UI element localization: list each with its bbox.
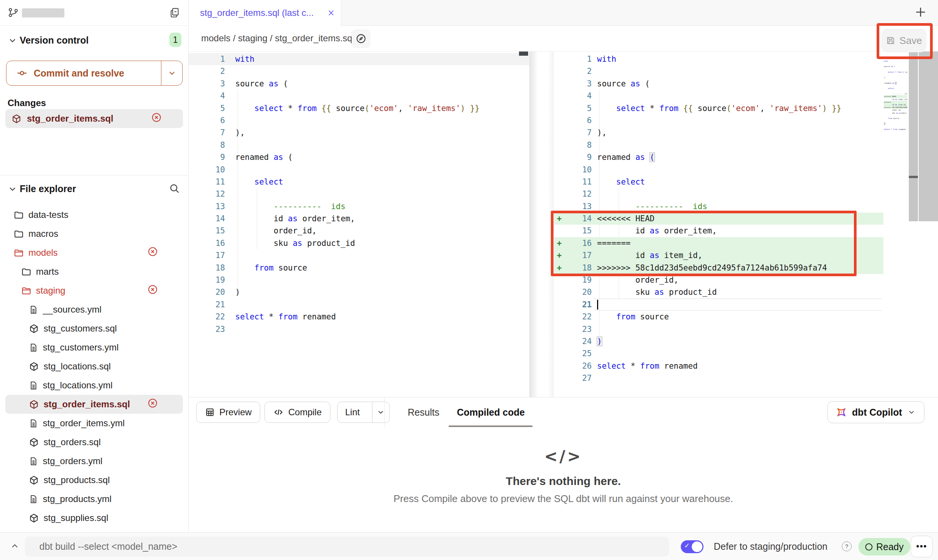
file-item-stg_locations.yml[interactable]: stg_locations.yml <box>0 376 188 395</box>
save-button[interactable]: Save <box>881 29 927 52</box>
folder-open-icon <box>14 248 24 258</box>
code-line-16: 16 sku as product_id <box>189 237 529 249</box>
model-icon <box>29 437 39 447</box>
tab-compiled-code[interactable]: Compiled code <box>450 397 532 427</box>
file-item-stg_order_items.sql[interactable]: stg_order_items.sql <box>5 395 183 414</box>
code-line-21: 21 <box>554 299 883 311</box>
file-item-stg_products.yml[interactable]: stg_products.yml <box>0 490 188 508</box>
code-line-2: 2 <box>554 65 883 77</box>
editor-scrollbar[interactable] <box>909 52 918 221</box>
file-item-data-tests[interactable]: data-tests <box>0 205 188 224</box>
branch-name-placeholder <box>22 8 64 17</box>
dbt-copilot-button[interactable]: dbt Copilot <box>827 401 924 423</box>
file-item-stg_orders.yml[interactable]: stg_orders.yml <box>0 452 188 471</box>
file-item-stg_locations.sql[interactable]: stg_locations.sql <box>0 357 188 376</box>
model-icon <box>29 361 39 372</box>
diff-editor[interactable]: 1with23source as (45 select * from {{ so… <box>189 52 938 397</box>
discard-change-icon[interactable] <box>147 246 158 259</box>
change-item-stg_order_items.sql[interactable]: stg_order_items.sql <box>5 109 183 128</box>
commit-options-caret[interactable] <box>161 61 182 85</box>
commit-button-label: Commit and resolve <box>34 68 124 79</box>
code-line-20: 20 sku as product_id <box>554 286 883 298</box>
defer-label: Defer to staging/production <box>714 541 827 552</box>
file-item-__sources.yml[interactable]: __sources.yml <box>0 300 188 319</box>
changes-count-badge: 1 <box>169 33 181 47</box>
status-bar: dbt build --select <model_name> ✓ Defer … <box>0 532 938 560</box>
editor-pane-original[interactable]: 1with23source as (45 select * from {{ so… <box>189 52 530 397</box>
code-line-8: 8 <box>189 139 529 151</box>
code-line-6: 6 <box>189 114 529 127</box>
scrollbar-marker <box>909 176 918 178</box>
file-item-label: macros <box>28 228 58 239</box>
compile-button[interactable]: Compile <box>264 402 330 423</box>
ready-status-badge: Ready <box>858 538 910 555</box>
version-control-header[interactable]: Version control 1 <box>0 33 188 48</box>
file-item-staging[interactable]: staging <box>0 281 188 300</box>
code-line-10: 10 <box>554 164 883 176</box>
file-item-stg_customers.yml[interactable]: stg_customers.yml <box>0 338 188 357</box>
file-item-marts[interactable]: marts <box>0 262 188 281</box>
code-icon <box>273 407 284 418</box>
tab-results[interactable]: Results <box>403 397 444 427</box>
file-item-stg_supplies.sql[interactable]: stg_supplies.sql <box>0 508 188 527</box>
tab-stg-order-items[interactable]: stg_order_items.sql (last c... <box>189 0 341 26</box>
table-icon <box>205 407 215 417</box>
search-icon[interactable] <box>169 183 180 194</box>
more-options-button[interactable]: ••• <box>911 536 933 557</box>
sidebar-header <box>0 0 188 26</box>
file-item-label: stg_orders.sql <box>44 437 101 447</box>
window-scrollbar[interactable] <box>919 52 938 221</box>
code-line-19: 19 order_id, <box>554 274 883 286</box>
discard-change-icon[interactable] <box>147 284 158 297</box>
file-explorer-header[interactable]: File explorer <box>0 182 188 197</box>
doc-icon <box>29 457 38 466</box>
changes-list: stg_order_items.sql <box>5 109 183 128</box>
preview-button[interactable]: Preview <box>196 402 260 423</box>
model-icon <box>11 114 22 124</box>
copilot-label: dbt Copilot <box>852 407 902 418</box>
version-control-title: Version control <box>20 35 89 46</box>
code-line-18: 18 from source <box>189 262 529 274</box>
editor-pane-modified[interactable]: 1with23source as (45 select * from {{ so… <box>554 52 883 397</box>
command-input[interactable]: dbt build --select <model_name> <box>25 537 669 557</box>
code-line-14: +14<<<<<<< HEAD <box>554 213 883 225</box>
breadcrumb-row: models / staging / stg_order_items.sql <box>189 26 938 52</box>
minimap[interactable]: withsource as ( select * from {{ source(… <box>884 60 907 133</box>
code-line-11: 11 select <box>554 176 883 188</box>
git-branch-icon[interactable] <box>8 7 19 18</box>
sidebar: Version control 1 Commit and resolve Cha… <box>0 0 189 532</box>
file-item-stg_customers.sql[interactable]: stg_customers.sql <box>0 319 188 338</box>
commit-and-resolve-button[interactable]: Commit and resolve <box>6 61 183 86</box>
check-icon: ✓ <box>684 541 690 550</box>
discard-change-icon[interactable] <box>147 398 158 411</box>
lint-button[interactable]: Lint <box>337 402 390 423</box>
file-item-models[interactable]: models <box>0 243 188 262</box>
code-empty-icon: </> <box>189 447 938 466</box>
discard-change-icon[interactable] <box>151 112 162 125</box>
lint-label: Lint <box>338 407 367 418</box>
lineage-compass-icon[interactable] <box>352 29 371 48</box>
tab-label: stg_order_items.sql (last c... <box>189 8 314 18</box>
file-item-stg_order_items.yml[interactable]: stg_order_items.yml <box>0 414 188 433</box>
code-line-12: 12 <box>189 188 529 200</box>
empty-state-subtitle: Press Compile above to preview the SQL d… <box>189 493 938 505</box>
code-line-23: 23 <box>189 323 529 335</box>
code-line-4: 4 <box>554 90 883 102</box>
expand-command-bar-icon[interactable] <box>10 541 20 551</box>
file-item-stg_orders.sql[interactable]: stg_orders.sql <box>0 433 188 452</box>
code-line-9: 9renamed as ( <box>189 151 529 163</box>
lint-options-caret[interactable] <box>372 402 389 422</box>
file-item-label: __sources.yml <box>43 304 102 315</box>
defer-toggle[interactable]: ✓ <box>681 540 704 553</box>
code-line-1: 1with <box>189 53 529 65</box>
left-pane-scrollbar-thumb[interactable] <box>519 52 528 56</box>
code-line-26: 26select * from renamed <box>554 360 883 372</box>
doc-icon <box>29 343 38 352</box>
help-icon[interactable]: ? <box>842 541 852 551</box>
file-item-macros[interactable]: macros <box>0 224 188 243</box>
close-tab-icon[interactable] <box>327 9 335 17</box>
duplicate-files-icon[interactable] <box>169 6 181 19</box>
code-line-23: 23 <box>554 323 883 335</box>
new-tab-button[interactable] <box>913 5 928 20</box>
file-item-stg_products.sql[interactable]: stg_products.sql <box>0 471 188 490</box>
